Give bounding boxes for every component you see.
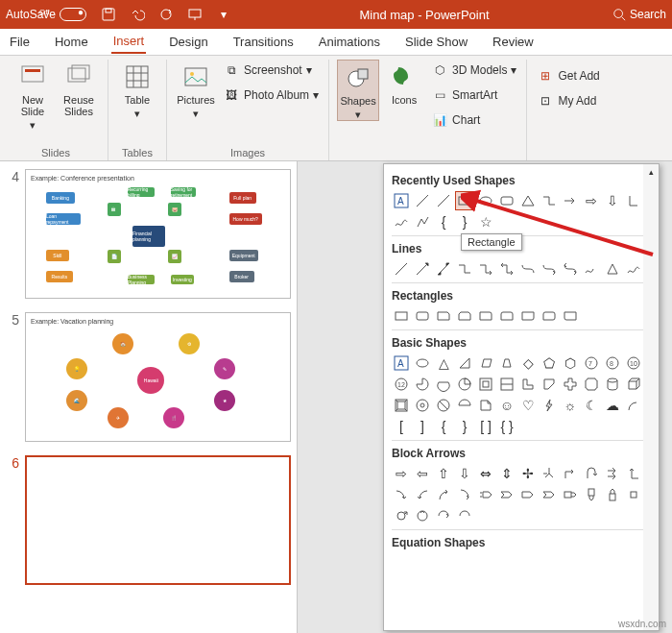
- basic-plaque[interactable]: [582, 375, 601, 394]
- slide-thumb-4[interactable]: 4 Example: Conference presentation Finan…: [6, 169, 291, 299]
- shape-triangle[interactable]: [518, 191, 538, 210]
- line-elbow3[interactable]: [497, 259, 516, 279]
- present-icon[interactable]: [182, 2, 207, 27]
- basic-tri[interactable]: △: [434, 353, 453, 373]
- arr-chev[interactable]: [540, 485, 559, 504]
- basic-bolt[interactable]: [540, 396, 559, 415]
- slide-thumbnail-panel[interactable]: 4 Example: Conference presentation Finan…: [0, 161, 298, 633]
- basic-hept[interactable]: 7: [582, 353, 601, 373]
- arr-curv-d[interactable]: [455, 485, 474, 504]
- scroll-up-icon[interactable]: ▴: [643, 164, 659, 180]
- line-3[interactable]: [434, 259, 453, 279]
- basic-12[interactable]: 12: [392, 375, 411, 394]
- basic-brkt-l[interactable]: [: [392, 417, 411, 436]
- shape-brace-l[interactable]: {: [434, 212, 453, 231]
- basic-brc-r[interactable]: }: [455, 417, 474, 436]
- shape-rounded-rect[interactable]: [497, 191, 516, 210]
- shape-down-arrow[interactable]: ⇩: [603, 191, 622, 210]
- slide-preview[interactable]: Example: Conference presentation Financi…: [25, 169, 291, 299]
- basic-dbrkt[interactable]: [ ]: [476, 417, 495, 436]
- basic-trap[interactable]: [497, 353, 516, 373]
- shape-block-arrow[interactable]: ⇨: [582, 191, 601, 210]
- photo-album-button[interactable]: 🖼Photo Album ▾: [221, 85, 321, 106]
- basic-smile[interactable]: ☺: [497, 396, 516, 415]
- basic-sun[interactable]: ☼: [561, 396, 580, 415]
- more-icon[interactable]: ▾: [211, 2, 236, 27]
- basic-heart[interactable]: ♡: [518, 396, 538, 415]
- arr-27[interactable]: [434, 506, 453, 525]
- rect-7[interactable]: [518, 306, 538, 326]
- basic-donut[interactable]: [413, 396, 432, 415]
- arr-10[interactable]: [603, 464, 622, 483]
- rect-9[interactable]: [561, 306, 580, 326]
- arr-r[interactable]: ⇨: [392, 464, 411, 483]
- line-scribble[interactable]: [624, 259, 643, 279]
- rect-6[interactable]: [497, 306, 516, 326]
- arr-lr[interactable]: ⇔: [476, 464, 495, 483]
- tab-file[interactable]: File: [8, 31, 32, 53]
- rect-5[interactable]: [476, 306, 495, 326]
- tab-slideshow[interactable]: Slide Show: [403, 31, 469, 53]
- arr-11[interactable]: [624, 464, 643, 483]
- rect-1[interactable]: [392, 306, 411, 326]
- save-icon[interactable]: [96, 2, 121, 27]
- 3d-models-button[interactable]: ⬡3D Models ▾: [429, 60, 518, 81]
- shape-scribble[interactable]: [392, 212, 411, 231]
- arr-curv-r[interactable]: [392, 485, 411, 504]
- basic-textbox[interactable]: A: [392, 353, 411, 373]
- shape-text-box[interactable]: A: [392, 191, 411, 210]
- rect-2[interactable]: [413, 306, 432, 326]
- shape-rectangle[interactable]: [455, 191, 474, 210]
- basic-half[interactable]: [497, 375, 516, 394]
- arr-quad[interactable]: ✢: [518, 464, 538, 483]
- basic-oct[interactable]: 8: [603, 353, 622, 373]
- arr-circ[interactable]: [392, 506, 411, 525]
- chart-button[interactable]: 📊Chart: [429, 110, 518, 131]
- line-curve3[interactable]: [561, 259, 580, 279]
- scrollbar[interactable]: ▴: [643, 164, 659, 630]
- arr-u[interactable]: ⇧: [434, 464, 453, 483]
- shape-line2[interactable]: [434, 191, 453, 210]
- line-2[interactable]: [413, 259, 432, 279]
- arr-notch[interactable]: [497, 485, 516, 504]
- arr-call-u[interactable]: [603, 485, 622, 504]
- arr-strip[interactable]: [476, 485, 495, 504]
- basic-pie[interactable]: [413, 375, 432, 394]
- line-1[interactable]: [392, 259, 411, 279]
- shape-l[interactable]: [624, 191, 643, 210]
- basic-brc-l[interactable]: {: [434, 417, 453, 436]
- get-addins-button[interactable]: ⊞Get Add: [535, 65, 601, 86]
- redo-icon[interactable]: [154, 2, 179, 27]
- arr-3[interactable]: [540, 464, 559, 483]
- new-slide-button[interactable]: New Slide▾: [12, 60, 54, 131]
- arr-uturn[interactable]: [582, 464, 601, 483]
- slide-thumb-6[interactable]: 6: [6, 455, 291, 585]
- shape-brace-r[interactable]: }: [455, 212, 474, 231]
- slide-preview-selected[interactable]: [25, 455, 291, 585]
- smartart-button[interactable]: ▭SmartArt: [429, 85, 518, 106]
- shape-line[interactable]: [413, 191, 432, 210]
- basic-moon[interactable]: ☾: [582, 396, 601, 415]
- basic-block[interactable]: [455, 396, 474, 415]
- arr-call-d[interactable]: [582, 485, 601, 504]
- line-s[interactable]: [582, 259, 601, 279]
- rect-8[interactable]: [540, 306, 559, 326]
- arr-curv-l[interactable]: [413, 485, 432, 504]
- arr-call-q[interactable]: [624, 485, 643, 504]
- search-button[interactable]: Search: [612, 8, 666, 21]
- arr-curv-u[interactable]: [434, 485, 453, 504]
- arr-28[interactable]: [455, 506, 474, 525]
- tab-review[interactable]: Review: [491, 31, 536, 53]
- arr-26[interactable]: [413, 506, 432, 525]
- arr-bent[interactable]: [561, 464, 580, 483]
- basic-tear[interactable]: [455, 375, 474, 394]
- basic-cross[interactable]: [561, 375, 580, 394]
- line-free[interactable]: [603, 259, 622, 279]
- arr-l[interactable]: ⇦: [413, 464, 432, 483]
- my-addins-button[interactable]: ⊡My Add: [535, 90, 601, 111]
- basic-dec[interactable]: 10: [624, 353, 643, 373]
- shape-star[interactable]: ☆: [476, 212, 495, 231]
- basic-arc[interactable]: [624, 396, 643, 415]
- slide-preview[interactable]: Example: Vacation planning Hawaii 🏠 ⚙ ✎ …: [25, 312, 291, 442]
- basic-pent[interactable]: ⬠: [540, 353, 559, 373]
